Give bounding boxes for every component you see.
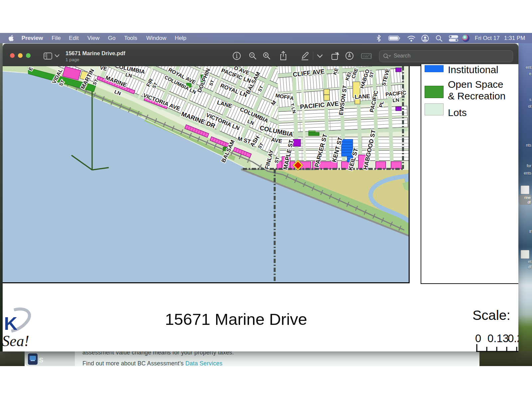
svg-text:Sea!: Sea!	[3, 332, 29, 349]
svg-text:LANE: LANE	[354, 93, 370, 100]
svg-text:LN: LN	[392, 97, 399, 103]
svg-text:K: K	[4, 313, 17, 334]
